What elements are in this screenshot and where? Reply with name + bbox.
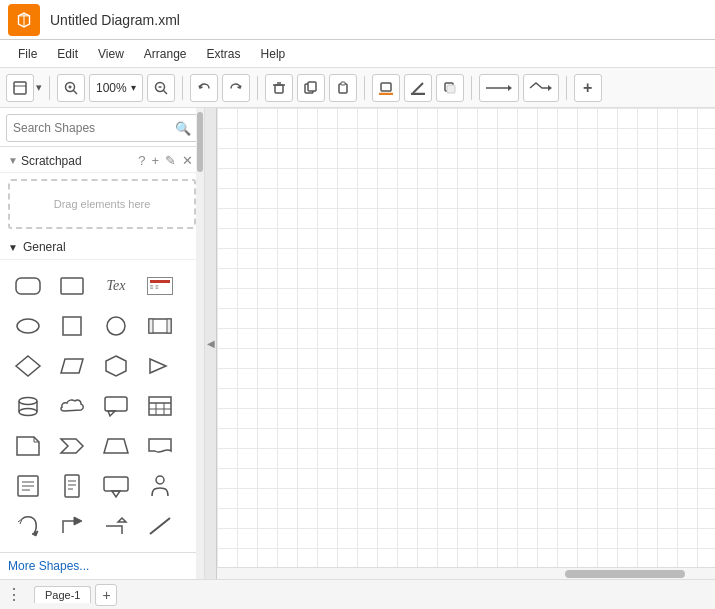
shape-callout[interactable] — [96, 388, 136, 424]
shape-corner-arrow[interactable] — [52, 508, 92, 544]
separator-3 — [257, 76, 258, 100]
zoom-out-button[interactable] — [147, 74, 175, 102]
menu-edit[interactable]: Edit — [47, 45, 88, 63]
scratchpad-help-button[interactable]: ? — [135, 153, 148, 168]
shape-doc[interactable] — [8, 468, 48, 504]
waypoint-icon — [528, 81, 554, 95]
svg-line-8 — [73, 90, 77, 94]
svg-rect-28 — [16, 278, 40, 294]
svg-marker-53 — [104, 439, 128, 453]
fill-color-button[interactable] — [372, 74, 400, 102]
menubar: File Edit View Arrange Extras Help — [0, 40, 715, 68]
scratchpad-dropzone[interactable]: Drag elements here — [8, 179, 196, 229]
menu-extras[interactable]: Extras — [197, 45, 251, 63]
waypoint-button[interactable] — [523, 74, 559, 102]
shape-cloud[interactable] — [52, 388, 92, 424]
page-tab-1[interactable]: Page-1 — [34, 586, 91, 603]
shape-hexagon[interactable] — [96, 348, 136, 384]
more-shapes-button[interactable]: More Shapes... — [8, 559, 89, 573]
shape-rounded-rect[interactable] — [8, 268, 48, 304]
delete-button[interactable] — [265, 74, 293, 102]
shape-table[interactable] — [140, 388, 180, 424]
sidebar-collapse-handle[interactable]: ◀ — [205, 108, 217, 579]
svg-rect-34 — [149, 319, 153, 333]
shape-doc-corner[interactable] — [8, 428, 48, 464]
shape-circle[interactable] — [96, 308, 136, 344]
shape-diamond[interactable] — [8, 348, 48, 384]
menu-help[interactable]: Help — [251, 45, 296, 63]
scratchpad-add-button[interactable]: + — [148, 153, 162, 168]
app-icon — [8, 4, 40, 36]
scratchpad-chevron: ▼ — [8, 155, 18, 166]
separator-5 — [471, 76, 472, 100]
zoom-in-button[interactable] — [57, 74, 85, 102]
shape-l-arrow[interactable] — [96, 508, 136, 544]
connection-style-button[interactable] — [479, 74, 519, 102]
add-page-button[interactable]: + — [95, 584, 117, 606]
redo-button[interactable] — [222, 74, 250, 102]
svg-marker-38 — [106, 356, 126, 376]
general-section-header[interactable]: ▼ General — [0, 235, 204, 260]
search-input[interactable] — [13, 121, 175, 135]
svg-rect-31 — [63, 317, 81, 335]
svg-marker-37 — [61, 359, 83, 373]
separator-1 — [49, 76, 50, 100]
sidebar: 🔍 ▼ Scratchpad ? + ✎ ✕ Drag elements her… — [0, 108, 205, 579]
delete-icon — [272, 81, 286, 95]
shape-filmstrip[interactable] — [140, 308, 180, 344]
scratchpad-close-button[interactable]: ✕ — [179, 153, 196, 168]
separator-4 — [364, 76, 365, 100]
shape-text[interactable]: Tex — [96, 268, 136, 304]
shape-cylinder[interactable] — [8, 388, 48, 424]
svg-rect-18 — [341, 82, 345, 85]
shape-rotate-arrow[interactable] — [8, 508, 48, 544]
separator-2 — [182, 76, 183, 100]
shape-callout-down[interactable] — [96, 468, 136, 504]
more-options-button[interactable]: + — [574, 74, 602, 102]
shape-note[interactable]: ≡ ≡ — [140, 268, 180, 304]
paste-button[interactable] — [329, 74, 357, 102]
stroke-color-button[interactable] — [404, 74, 432, 102]
menu-arrange[interactable]: Arrange — [134, 45, 197, 63]
svg-marker-45 — [108, 411, 115, 416]
collapse-icon: ◀ — [207, 338, 215, 349]
shape-person[interactable] — [140, 468, 180, 504]
connection-style-icon — [484, 81, 514, 95]
undo-button[interactable] — [190, 74, 218, 102]
svg-marker-36 — [16, 356, 40, 376]
shape-parallelogram[interactable] — [52, 348, 92, 384]
shadow-button[interactable] — [436, 74, 464, 102]
svg-line-68 — [150, 518, 170, 534]
svg-point-30 — [17, 319, 39, 333]
view-toggle-button[interactable] — [6, 74, 34, 102]
view-dropdown-arrow[interactable]: ▾ — [36, 81, 42, 94]
bottom-dots-menu[interactable]: ⋮ — [6, 585, 22, 604]
canvas-hscrollbar[interactable] — [217, 567, 715, 579]
svg-rect-24 — [447, 85, 455, 93]
zoom-level-display[interactable]: 100% ▾ — [89, 74, 143, 102]
app-logo-svg — [13, 9, 35, 31]
shape-wave[interactable] — [140, 428, 180, 464]
shape-rect[interactable] — [52, 268, 92, 304]
shape-trapezoid[interactable] — [96, 428, 136, 464]
scratchpad-hint: Drag elements here — [54, 198, 151, 210]
canvas[interactable] — [217, 108, 715, 579]
shape-arrow-triangle[interactable] — [140, 348, 180, 384]
shape-doc-tall[interactable] — [52, 468, 92, 504]
shapes-grid: Tex ≡ ≡ — [0, 260, 204, 552]
svg-point-32 — [107, 317, 125, 335]
menu-file[interactable]: File — [8, 45, 47, 63]
svg-marker-39 — [150, 359, 166, 373]
copy-button[interactable] — [297, 74, 325, 102]
sidebar-scrollbar[interactable] — [196, 108, 204, 579]
menu-view[interactable]: View — [88, 45, 134, 63]
meeting-shape-preview: ≡ ≡ — [147, 277, 173, 295]
svg-point-40 — [19, 398, 37, 405]
scratchpad-edit-button[interactable]: ✎ — [162, 153, 179, 168]
shape-chevron-arrow[interactable] — [52, 428, 92, 464]
shape-square[interactable] — [52, 308, 92, 344]
svg-rect-58 — [65, 475, 79, 497]
shape-slash[interactable] — [140, 508, 180, 544]
window-title: Untitled Diagram.xml — [50, 12, 180, 28]
shape-ellipse[interactable] — [8, 308, 48, 344]
